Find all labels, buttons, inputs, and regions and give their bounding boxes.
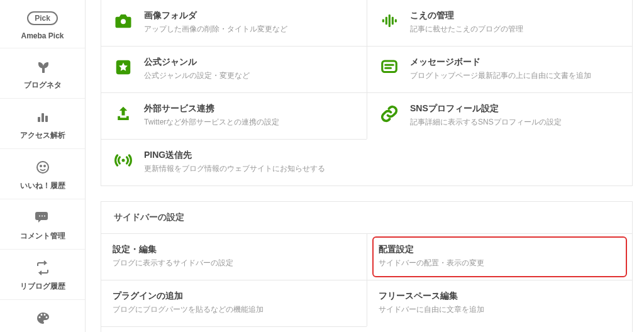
svg-point-8 xyxy=(44,216,45,217)
setting-title: フリースペース編集 xyxy=(379,290,484,302)
star-icon xyxy=(113,57,134,78)
voice-icon xyxy=(379,10,400,31)
setting-external-service[interactable]: 外部サービス連携 Twitterなど外部サービスとの連携の設定 xyxy=(101,92,367,139)
settings-list: 画像フォルダ アップした画像の削除・タイトル変更など こえの管理 記事に載せたこ… xyxy=(101,0,633,186)
setting-title: 設定・編集 xyxy=(113,244,233,255)
board-icon xyxy=(379,57,400,78)
setting-title: 画像フォルダ xyxy=(144,10,287,21)
settings-grid: 画像フォルダ アップした画像の削除・タイトル変更など こえの管理 記事に載せたこ… xyxy=(101,0,632,185)
sidebar-item-label: いいね！履歴 xyxy=(3,180,82,191)
sidebar-item-label: ブログネタ xyxy=(3,80,82,91)
sidebar-item-label: Ameba Pick xyxy=(3,31,82,40)
svg-rect-11 xyxy=(386,17,387,25)
svg-point-17 xyxy=(122,159,125,162)
sidebar-item-access-analytics[interactable]: アクセス解析 xyxy=(0,99,85,149)
setting-desc: ブログにブログパーツを貼るなどの機能追加 xyxy=(113,304,264,315)
setting-title: プラグインの追加 xyxy=(113,290,264,302)
setting-title: PING送信先 xyxy=(144,150,325,161)
svg-rect-13 xyxy=(392,17,394,25)
setting-title: 公式ジャンル xyxy=(144,57,250,68)
sidebar-settings-section: サイドバーの設定 設定・編集 ブログに表示するサイドバーの設定 配置設定 サイド… xyxy=(101,201,633,332)
setting-desc: 記事詳細に表示するSNSプロフィールの設定 xyxy=(410,117,562,128)
bars-icon xyxy=(3,108,82,126)
sb-setting-edit[interactable]: 設定・編集 ブログに表示するサイドバーの設定 xyxy=(101,234,367,280)
svg-rect-10 xyxy=(382,19,384,23)
setting-desc: ブログトップページ最新記事の上に自由に文書を追加 xyxy=(410,70,591,81)
sidebar-item-like-history[interactable]: いいね！履歴 xyxy=(0,149,85,199)
sidebar-item-label: アクセス解析 xyxy=(3,130,82,141)
setting-official-genre[interactable]: 公式ジャンル 公式ジャンルの設定・変更など xyxy=(101,46,367,92)
sidebar-item-comment-manage[interactable]: コメント管理 xyxy=(0,199,85,250)
setting-desc: ブログに表示するサイドバーの設定 xyxy=(113,258,233,268)
section-heading: サイドバーの設定 xyxy=(101,202,632,234)
setting-title: 外部サービス連携 xyxy=(144,103,279,114)
svg-rect-14 xyxy=(395,19,397,23)
sidebar-settings-grid: 設定・編集 ブログに表示するサイドバーの設定 配置設定 サイドバーの配置・表示の… xyxy=(101,234,632,332)
setting-title: 配置設定 xyxy=(379,244,484,255)
sidebar-item-label: リブログ履歴 xyxy=(3,281,82,292)
upload-icon xyxy=(113,103,134,124)
setting-title: メッセージボード xyxy=(410,57,591,68)
setting-sns-profile[interactable]: SNSプロフィール設定 記事詳細に表示するSNSプロフィールの設定 xyxy=(367,92,632,139)
sidebar-item-blog-neta[interactable]: ブログネタ xyxy=(0,48,85,99)
sidebar-item-design-settings[interactable]: デザインの設定 xyxy=(0,300,85,332)
sb-setting-bookmark[interactable]: ブックマーク管理 お気に入りのサイトを登録してサイドバーに表示 xyxy=(101,326,367,332)
camera-icon xyxy=(113,10,134,31)
svg-rect-16 xyxy=(382,61,397,72)
svg-rect-0 xyxy=(38,117,40,122)
svg-point-9 xyxy=(121,19,126,24)
smile-icon xyxy=(3,158,82,177)
pick-icon: Pick xyxy=(3,9,82,28)
sidebar-item-ameba-pick[interactable]: Pick Ameba Pick xyxy=(0,0,85,48)
setting-desc: 記事に載せたこえのブログの管理 xyxy=(410,24,523,35)
comment-icon xyxy=(3,208,82,227)
setting-image-folder[interactable]: 画像フォルダ アップした画像の削除・タイトル変更など xyxy=(101,0,367,46)
svg-rect-12 xyxy=(389,14,391,27)
sb-setting-layout[interactable]: 配置設定 サイドバーの配置・表示の変更 xyxy=(367,234,632,280)
link-icon xyxy=(379,103,400,124)
setting-title: SNSプロフィール設定 xyxy=(410,103,562,114)
ping-icon xyxy=(113,150,134,171)
palette-icon xyxy=(3,309,82,328)
setting-message-board[interactable]: メッセージボード ブログトップページ最新記事の上に自由に文書を追加 xyxy=(367,46,632,92)
svg-point-4 xyxy=(40,165,42,167)
setting-desc: サイドバーの配置・表示の変更 xyxy=(379,258,484,268)
setting-desc: アップした画像の削除・タイトル変更など xyxy=(144,24,287,35)
svg-point-7 xyxy=(42,216,43,217)
setting-desc: 公式ジャンルの設定・変更など xyxy=(144,70,250,81)
setting-desc: Twitterなど外部サービスとの連携の設定 xyxy=(144,117,279,128)
setting-title: こえの管理 xyxy=(410,10,523,21)
recycle-icon xyxy=(3,258,82,277)
svg-point-5 xyxy=(44,165,45,167)
setting-desc: 更新情報をブログ情報のウェブサイトにお知らせする xyxy=(144,163,325,174)
setting-voice-manage[interactable]: こえの管理 記事に載せたこえのブログの管理 xyxy=(367,0,632,46)
sidebar: Pick Ameba Pick ブログネタ アクセス解析 いいね！履歴 コメント… xyxy=(0,0,86,332)
svg-rect-1 xyxy=(42,113,44,122)
sprout-icon xyxy=(3,57,82,76)
sidebar-item-label: コメント管理 xyxy=(3,231,82,241)
setting-ping[interactable]: PING送信先 更新情報をブログ情報のウェブサイトにお知らせする xyxy=(101,139,367,185)
sidebar-item-reblog-history[interactable]: リブログ履歴 xyxy=(0,250,85,300)
svg-point-3 xyxy=(37,162,48,173)
svg-rect-2 xyxy=(45,116,48,122)
setting-desc: サイドバーに自由に文章を追加 xyxy=(379,304,484,315)
sb-setting-freespace[interactable]: フリースペース編集 サイドバーに自由に文章を追加 xyxy=(367,280,632,326)
main-content: 画像フォルダ アップした画像の削除・タイトル変更など こえの管理 記事に載せたこ… xyxy=(86,0,644,332)
sb-setting-plugins[interactable]: プラグインの追加 ブログにブログパーツを貼るなどの機能追加 xyxy=(101,280,367,326)
svg-point-6 xyxy=(39,216,40,217)
